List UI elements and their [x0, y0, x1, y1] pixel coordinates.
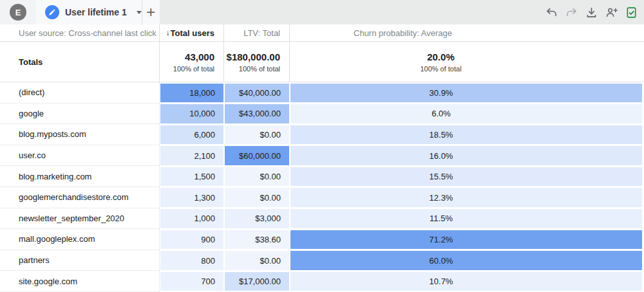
table-row: blog.marketing.com1,500$0.0015.5%: [0, 166, 644, 187]
table-body: (direct)18,000$40,000.0030.9%google10,00…: [0, 82, 644, 292]
ltv-cell[interactable]: $17,000.00: [224, 271, 290, 292]
column-header-churn[interactable]: Churn probability: Average: [290, 24, 642, 41]
ltv-cell[interactable]: $60,000.00: [224, 145, 290, 167]
heatmap-value: $38.60: [225, 230, 289, 250]
total-users-cell[interactable]: 1,500: [160, 166, 224, 187]
churn-cell[interactable]: 18.5%: [290, 124, 642, 145]
heatmap-value: 60.0%: [290, 251, 642, 270]
ltv-cell[interactable]: $0.00: [224, 187, 290, 208]
heatmap-value: 18.5%: [290, 125, 642, 145]
row-source-label[interactable]: newsletter_september_2020: [0, 208, 160, 230]
tab-user-lifetime[interactable]: User lifetime 1: [36, 0, 142, 24]
churn-cell[interactable]: 15.5%: [290, 166, 642, 187]
redo-icon[interactable]: [562, 0, 582, 24]
row-source-label[interactable]: googlemerchandisestore.com: [0, 187, 160, 208]
totals-churn-value: 20.0%: [427, 51, 455, 62]
column-header-ltv[interactable]: LTV: Total: [224, 24, 290, 41]
ltv-cell[interactable]: $40,000.00: [224, 82, 290, 104]
heatmap-value: $40,000.00: [225, 84, 289, 103]
chevron-down-icon[interactable]: [137, 11, 142, 14]
heatmap-value: 18,000: [160, 84, 223, 103]
row-source-label[interactable]: google: [0, 104, 160, 125]
churn-cell[interactable]: 10.7%: [290, 271, 642, 292]
column-header-user-source[interactable]: User source: Cross-channel last click: [0, 24, 160, 41]
heatmap-value: $60,000.00: [225, 146, 289, 165]
total-users-cell[interactable]: 10,000: [160, 104, 224, 125]
heatmap-value: 1,300: [160, 188, 223, 207]
heatmap-value: 12.3%: [290, 188, 642, 207]
toolbar: E User lifetime 1 +: [0, 0, 644, 24]
ltv-cell[interactable]: $0.00: [224, 166, 290, 187]
table-row: mall.googleplex.com900$38.6071.2%: [0, 229, 644, 250]
total-users-cell[interactable]: 1,000: [160, 208, 224, 230]
table-row: googlemerchandisestore.com1,300$0.0012.3…: [0, 187, 644, 208]
totals-users-cell: 43,000 100% of total: [160, 42, 224, 82]
churn-cell[interactable]: 71.2%: [290, 229, 642, 250]
download-icon[interactable]: [582, 0, 601, 24]
totals-row: Totals 43,000 100% of total $180,000.00 …: [0, 42, 644, 82]
heatmap-value: 2,100: [160, 146, 223, 165]
exploration-table: User source: Cross-channel last click ↓ …: [0, 24, 644, 292]
total-users-cell[interactable]: 18,000: [160, 82, 224, 104]
column-header-total-users[interactable]: ↓ Total users: [160, 24, 224, 41]
saved-status-icon[interactable]: [621, 0, 641, 24]
heatmap-value: 6.0%: [290, 104, 642, 123]
table-row: google10,000$43,000.006.0%: [0, 104, 644, 125]
heatmap-value: $0.00: [225, 188, 289, 207]
ltv-cell[interactable]: $0.00: [224, 250, 290, 271]
heatmap-value: $0.00: [225, 251, 289, 270]
heatmap-value: 1,000: [160, 209, 223, 228]
share-icon[interactable]: [601, 0, 621, 24]
heatmap-value: 30.9%: [290, 84, 642, 103]
table-row: user.co2,100$60,000.0016.0%: [0, 145, 644, 167]
table-row: (direct)18,000$40,000.0030.9%: [0, 82, 644, 104]
avatar[interactable]: E: [10, 4, 26, 21]
churn-cell[interactable]: 6.0%: [290, 104, 642, 125]
total-users-cell[interactable]: 900: [160, 229, 224, 250]
heatmap-value: 16.0%: [290, 146, 642, 165]
edit-pencil-icon[interactable]: [45, 5, 59, 19]
heatmap-value: $0.00: [225, 125, 289, 145]
table-row: partners800$0.0060.0%: [0, 250, 644, 271]
row-source-label[interactable]: blog.marketing.com: [0, 166, 160, 187]
heatmap-value: 11.5%: [290, 209, 642, 228]
totals-ltv-cell: $180,000.00 100% of total: [224, 42, 290, 82]
tab-strip: User lifetime 1 +: [36, 0, 160, 24]
heatmap-value: $0.00: [225, 167, 289, 187]
toolbar-actions: [542, 0, 641, 24]
total-users-cell[interactable]: 2,100: [160, 145, 224, 167]
churn-cell[interactable]: 12.3%: [290, 187, 642, 208]
churn-cell[interactable]: 30.9%: [290, 82, 642, 104]
churn-cell[interactable]: 11.5%: [290, 208, 642, 230]
churn-cell[interactable]: 16.0%: [290, 145, 642, 167]
sort-descending-icon: ↓: [166, 28, 170, 37]
row-source-label[interactable]: mall.googleplex.com: [0, 229, 160, 250]
table-row: site.google.com700$17,000.0010.7%: [0, 271, 644, 292]
table-header-row: User source: Cross-channel last click ↓ …: [0, 24, 644, 42]
heatmap-value: 10,000: [160, 104, 223, 123]
row-source-label[interactable]: site.google.com: [0, 271, 160, 292]
heatmap-value: 700: [160, 272, 223, 291]
row-source-label[interactable]: partners: [0, 250, 160, 271]
ltv-cell[interactable]: $38.60: [224, 229, 290, 250]
total-users-cell[interactable]: 1,300: [160, 187, 224, 208]
ltv-cell[interactable]: $0.00: [224, 124, 290, 145]
total-users-cell[interactable]: 6,000: [160, 124, 224, 145]
add-tab-button[interactable]: +: [142, 0, 160, 24]
table-row: blog.myposts.com6,000$0.0018.5%: [0, 124, 644, 145]
row-source-label[interactable]: user.co: [0, 145, 160, 167]
heatmap-value: 800: [160, 251, 223, 270]
undo-icon[interactable]: [542, 0, 562, 24]
row-source-label[interactable]: (direct): [0, 82, 160, 104]
ltv-cell[interactable]: $3,000: [224, 208, 290, 230]
heatmap-value: 15.5%: [290, 167, 642, 187]
total-users-cell[interactable]: 700: [160, 271, 224, 292]
totals-users-value: 43,000: [185, 51, 214, 62]
heatmap-value: 1,500: [160, 167, 223, 187]
ltv-cell[interactable]: $43,000.00: [224, 104, 290, 125]
heatmap-value: $43,000.00: [225, 104, 289, 123]
row-source-label[interactable]: blog.myposts.com: [0, 124, 160, 145]
churn-cell[interactable]: 60.0%: [290, 250, 642, 271]
totals-ltv-value: $180,000.00: [227, 51, 280, 62]
total-users-cell[interactable]: 800: [160, 250, 224, 271]
